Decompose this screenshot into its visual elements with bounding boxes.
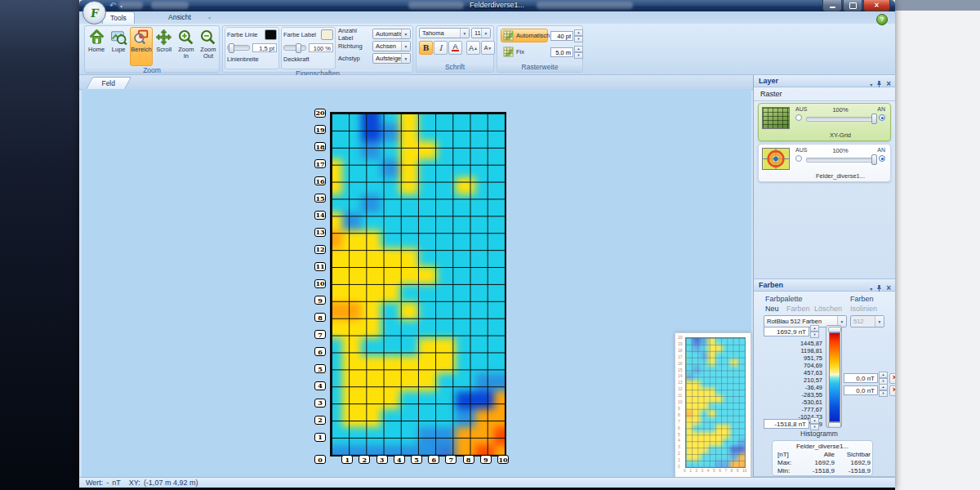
colorbar[interactable] bbox=[826, 325, 842, 428]
zoom-out-button[interactable]: Zoom Out bbox=[198, 27, 219, 66]
slider-thumb[interactable] bbox=[296, 43, 301, 53]
layer-opacity-slider[interactable] bbox=[806, 117, 875, 122]
remove-threshold-button[interactable]: × bbox=[889, 385, 895, 396]
label-style-box: Farbe Label 100 % Deckkraft bbox=[281, 27, 336, 69]
tab-ansicht[interactable]: Ansicht bbox=[161, 11, 198, 24]
threshold-input[interactable]: 0,0 nT bbox=[844, 373, 878, 383]
chevron-down-icon[interactable]: ▾ bbox=[870, 82, 872, 87]
color-count-select[interactable]: 512 ▾ bbox=[850, 315, 884, 327]
automatisch-value[interactable]: 40 pt bbox=[550, 31, 573, 41]
spinner-up-icon[interactable]: ▲ bbox=[879, 384, 888, 390]
color-count-value: 512 bbox=[851, 318, 875, 325]
slider-thumb[interactable] bbox=[871, 114, 877, 124]
undo-button[interactable]: ↶ bbox=[109, 1, 116, 10]
spinner-down-icon[interactable]: ▼ bbox=[574, 36, 583, 42]
layer-opacity-slider[interactable] bbox=[806, 158, 875, 163]
font-family-select[interactable]: Tahoma ▾ bbox=[419, 28, 470, 38]
font-size-select[interactable]: 11 ▾ bbox=[471, 28, 491, 38]
an-radio[interactable] bbox=[879, 114, 885, 121]
help-button[interactable]: ? bbox=[876, 14, 888, 25]
spinner-up-icon[interactable]: ▲ bbox=[879, 372, 888, 378]
fix-toggle-button[interactable]: Fix bbox=[501, 45, 548, 59]
close-icon[interactable]: × bbox=[886, 284, 891, 292]
x-axis-label: 7 bbox=[445, 455, 457, 464]
quick-access-dropdown-icon[interactable]: ▾ bbox=[120, 3, 122, 9]
line-color-swatch[interactable] bbox=[265, 29, 277, 40]
minimize-button[interactable] bbox=[822, 0, 842, 11]
an-radio[interactable] bbox=[879, 155, 885, 162]
slider-thumb[interactable] bbox=[229, 43, 234, 53]
fix-value[interactable]: 5,0 m bbox=[550, 47, 573, 57]
redacted-text bbox=[408, 2, 464, 9]
spinner-down-icon[interactable]: ▼ bbox=[574, 52, 583, 59]
line-width-value[interactable]: 1,5 pt bbox=[252, 43, 277, 52]
close-icon[interactable]: × bbox=[886, 80, 891, 88]
overview-map[interactable]: 2019181716151413121110987654321001234567… bbox=[675, 332, 751, 482]
lupe-button[interactable]: Lupe bbox=[108, 27, 129, 66]
spinner-up-icon[interactable]: ▲ bbox=[574, 29, 583, 36]
home-button[interactable]: Home bbox=[86, 27, 107, 66]
threshold-input[interactable]: 0,0 nT bbox=[844, 385, 878, 395]
spinner-up-icon[interactable]: ▲ bbox=[574, 46, 583, 52]
label-color-swatch[interactable] bbox=[321, 29, 333, 40]
loeschen-button[interactable]: Löschen bbox=[814, 305, 842, 313]
spinner-down-icon[interactable]: ▼ bbox=[810, 332, 819, 338]
layer-item[interactable]: AUS100%ANFelder_diverse1... bbox=[758, 144, 891, 182]
farben-button[interactable]: Farben bbox=[786, 305, 810, 313]
richtung-select[interactable]: Achsen▾ bbox=[372, 41, 411, 51]
overview-y-label: 10 bbox=[678, 400, 683, 404]
y-axis-label: 15 bbox=[314, 194, 326, 203]
window-title: Felderdiverse1... bbox=[470, 1, 524, 9]
overview-y-label: 8 bbox=[678, 413, 680, 417]
tab-tools[interactable]: Tools bbox=[102, 11, 135, 24]
shrink-font-button[interactable]: A▼ bbox=[481, 41, 495, 55]
ribbon-minimize-icon[interactable]: ▾ bbox=[208, 15, 211, 20]
tab-feld[interactable]: Feld bbox=[86, 77, 132, 90]
italic-button[interactable]: I bbox=[434, 41, 448, 55]
farben-group-label: Farben bbox=[850, 295, 874, 303]
overview-y-label: 19 bbox=[678, 342, 683, 346]
ribbon: HomeLupeBereichScrollZoom InZoom Out Zoo… bbox=[79, 24, 895, 75]
zoom-in-button[interactable]: Zoom In bbox=[176, 27, 197, 66]
isolinien-button[interactable]: Isolinien bbox=[850, 305, 877, 313]
line-width-slider[interactable] bbox=[227, 45, 250, 51]
spinner-down-icon[interactable]: ▼ bbox=[879, 390, 888, 397]
automatisch-toggle-button[interactable]: Automatisch bbox=[501, 29, 548, 42]
opacity-slider[interactable] bbox=[283, 45, 306, 51]
aus-radio[interactable] bbox=[795, 114, 802, 121]
font-color-letter: A bbox=[452, 44, 457, 50]
pin-icon[interactable] bbox=[876, 281, 882, 296]
zoom-in-label: Zoom In bbox=[176, 47, 196, 60]
overview-y-label: 0 bbox=[678, 465, 680, 469]
spinner-up-icon[interactable]: ▲ bbox=[810, 417, 819, 424]
app-menu-button[interactable]: F bbox=[82, 1, 106, 24]
layer-item[interactable]: AUS100%ANXY-Grid bbox=[758, 103, 891, 141]
histogramm-label[interactable]: Histogramm bbox=[754, 430, 884, 438]
scale-min-input[interactable]: -1518,8 nT bbox=[764, 419, 809, 429]
threshold-row: 0,0 nT▲▼× bbox=[844, 372, 895, 385]
remove-threshold-button[interactable]: × bbox=[889, 373, 895, 384]
farbe-linie-label: Farbe Linie bbox=[227, 31, 258, 38]
colorbar-bottom-handle[interactable] bbox=[828, 422, 841, 428]
chevron-down-icon[interactable]: ▾ bbox=[870, 286, 872, 292]
bold-button[interactable]: B bbox=[419, 41, 433, 55]
scroll-button[interactable]: Scroll bbox=[154, 27, 175, 66]
grow-font-button[interactable]: A▲ bbox=[466, 41, 480, 55]
scale-max-input[interactable]: 1692,9 nT bbox=[764, 327, 809, 336]
map-canvas[interactable]: 2019181716151413121110987654321001234567… bbox=[82, 89, 751, 477]
slider-thumb[interactable] bbox=[871, 154, 877, 165]
maximize-button[interactable] bbox=[843, 0, 862, 11]
wert-unit: nT bbox=[112, 479, 121, 487]
close-button[interactable]: × bbox=[863, 0, 890, 11]
opacity-value[interactable]: 100 % bbox=[309, 43, 333, 52]
neu-button[interactable]: Neu bbox=[765, 305, 779, 313]
achstyp-select[interactable]: Aufsteigend▾ bbox=[372, 53, 411, 64]
overview-x-label: 6 bbox=[719, 469, 721, 473]
colorbar-top-handle[interactable] bbox=[828, 327, 841, 332]
font-color-button[interactable]: A bbox=[448, 41, 462, 55]
aus-radio[interactable] bbox=[795, 155, 802, 162]
spinner-up-icon[interactable]: ▲ bbox=[810, 325, 819, 332]
heatmap-surface[interactable] bbox=[330, 112, 506, 457]
anzahl-label-select[interactable]: Automatisch▾ bbox=[372, 29, 411, 39]
bereich-button[interactable]: Bereich bbox=[130, 27, 152, 66]
